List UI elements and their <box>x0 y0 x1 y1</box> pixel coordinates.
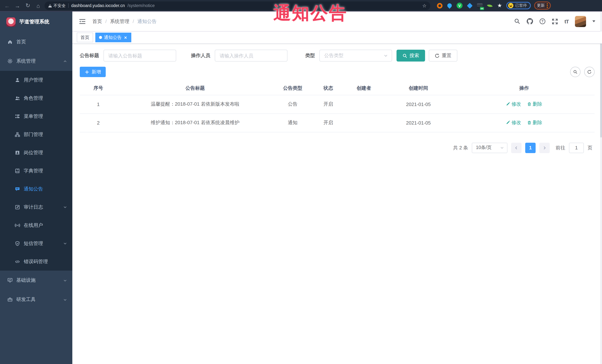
sidebar-item-dev-tools[interactable]: 研发工具 <box>0 290 72 309</box>
github-icon[interactable] <box>527 18 533 24</box>
page-size-select[interactable]: 10条/页 <box>472 143 507 153</box>
edit-link[interactable]: 修改 <box>506 119 521 126</box>
pagination: 共 2 条 10条/页 1 前往 页 <box>80 143 595 153</box>
browser-menu-icon[interactable] <box>547 3 548 8</box>
chevron-down-icon <box>384 53 388 58</box>
edit-link[interactable]: 修改 <box>506 101 521 107</box>
sidebar-item-label: 在线用户 <box>24 222 43 229</box>
sidebar-item-home[interactable]: 首页 <box>0 32 72 52</box>
col-type: 公告类型 <box>273 82 312 95</box>
reset-button[interactable]: 重置 <box>429 50 457 62</box>
app-logo-row[interactable]: 芋道管理系统 <box>0 11 72 32</box>
type-filter-select[interactable]: 公告类型 <box>319 50 392 62</box>
cell-status: 开启 <box>312 114 344 132</box>
diamond-extension-icon[interactable] <box>466 2 473 9</box>
next-page-button[interactable] <box>539 143 550 153</box>
browser-profile-chip[interactable]: 已暂停 <box>506 2 531 9</box>
sidebar-item-audit-log[interactable]: 审计日志 <box>0 198 72 216</box>
lifebuoy-extension-icon[interactable] <box>436 2 443 9</box>
sidebar-item-role-mgmt[interactable]: 角色管理 <box>0 89 72 107</box>
close-icon[interactable] <box>124 35 128 40</box>
leaf-extension-icon[interactable] <box>486 2 493 9</box>
delete-link[interactable]: 删除 <box>527 101 542 107</box>
sidebar-item-error-code[interactable]: 错误码管理 <box>0 252 72 270</box>
tab-label: 通知公告 <box>104 34 122 41</box>
operator-filter-input[interactable] <box>215 50 288 62</box>
title-filter-input[interactable] <box>104 50 176 62</box>
avatar-caret-icon[interactable] <box>592 21 595 22</box>
tab-notice[interactable]: 通知公告 <box>95 33 131 42</box>
breadcrumb-item[interactable]: 系统管理 <box>110 18 129 25</box>
col-index: 序号 <box>80 82 117 95</box>
sidebar-item-dept-mgmt[interactable]: 部门管理 <box>0 125 72 144</box>
help-icon[interactable]: ? <box>539 18 546 24</box>
sidebar-item-post-mgmt[interactable]: 岗位管理 <box>0 144 72 162</box>
proxy-extension-icon[interactable]: on <box>476 2 483 9</box>
error-code-icon <box>15 259 20 264</box>
sidebar-item-user-mgmt[interactable]: 用户管理 <box>0 71 72 89</box>
app-navbar: 首页 / 系统管理 / 通知公告 ? tT <box>72 11 602 31</box>
sidebar-item-dict-mgmt[interactable]: 字典管理 <box>0 162 72 180</box>
sidebar-item-infra[interactable]: 基础设施 <box>0 270 72 290</box>
table-row[interactable]: 1 温馨提醒：2018-07-01 若依新版本发布啦 公告 开启 2021-01… <box>80 95 595 114</box>
breadcrumb-item[interactable]: 首页 <box>92 18 102 25</box>
col-creator: 创建者 <box>344 82 383 95</box>
edit-pencil-icon <box>506 120 510 125</box>
chevron-down-icon <box>63 241 67 245</box>
drop-extension-icon[interactable] <box>446 2 453 9</box>
notice-table: 序号 公告标题 公告类型 状态 创建者 创建时间 操作 1 温馨提醒：2018- <box>80 82 595 132</box>
search-icon <box>573 70 578 74</box>
scrollbar[interactable] <box>600 11 602 364</box>
cell-status: 开启 <box>312 95 344 114</box>
sidebar-item-label: 短信管理 <box>24 240 43 247</box>
refresh-table-button[interactable] <box>584 67 595 77</box>
sidebar-item-notice[interactable]: 通知公告 <box>0 180 72 198</box>
app-logo <box>6 17 16 27</box>
reload-icon[interactable]: ↻ <box>24 1 32 10</box>
home-icon[interactable]: ⌂ <box>34 1 42 10</box>
extensions-puzzle-icon[interactable] <box>496 2 503 9</box>
sidebar-item-system[interactable]: 系统管理 <box>0 52 72 71</box>
sidebar-item-menu-mgmt[interactable]: 菜单管理 <box>0 107 72 125</box>
pagination-total: 共 2 条 <box>453 144 468 151</box>
browser-toolbar: ← → ↻ ⌂ 不安全 dashboard.yudao.iocoder.cn/s… <box>0 0 602 11</box>
search-button[interactable]: 搜索 <box>397 50 425 62</box>
font-size-icon[interactable]: tT <box>565 18 569 24</box>
profile-emoji-icon <box>508 3 513 8</box>
goto-label: 前往 <box>556 144 565 151</box>
chrome-update-button[interactable]: 更新 <box>534 1 551 10</box>
table-row[interactable]: 2 维护通知：2018-07-01 若依系统凌晨维护 通知 开启 2021-01… <box>80 114 595 132</box>
col-title: 公告标题 <box>117 82 273 95</box>
avatar[interactable] <box>575 16 586 27</box>
forward-icon[interactable]: → <box>13 1 22 10</box>
divider <box>68 3 69 8</box>
breadcrumb-separator: / <box>133 19 134 24</box>
prev-page-button[interactable] <box>511 143 522 153</box>
role-icon <box>15 95 20 101</box>
add-button[interactable]: 新增 <box>80 67 106 77</box>
search-icon[interactable] <box>514 18 520 24</box>
tab-label: 首页 <box>80 34 89 41</box>
sidebar-item-sms-mgmt[interactable]: 短信管理 <box>0 234 72 252</box>
sidebar-item-online-users[interactable]: 在线用户 <box>0 216 72 234</box>
security-label: 不安全 <box>54 3 66 8</box>
delete-link[interactable]: 删除 <box>527 119 542 126</box>
sidebar: 芋道管理系统 首页 系统管理 用户管理 角色管理 菜单管理 <box>0 11 72 364</box>
bookmark-star-icon[interactable]: ☆ <box>422 3 427 8</box>
address-bar[interactable]: 不安全 dashboard.yudao.iocoder.cn/system/no… <box>44 1 430 10</box>
url-host: dashboard.yudao.iocoder.cn <box>71 3 125 8</box>
security-warning[interactable]: 不安全 <box>48 3 66 8</box>
fullscreen-icon[interactable] <box>552 18 558 24</box>
scrollbar-thumb[interactable] <box>600 37 602 137</box>
vue-extension-icon[interactable]: V <box>456 2 463 9</box>
hamburger-icon[interactable] <box>79 18 86 24</box>
goto-page-input[interactable] <box>569 143 584 153</box>
tab-home[interactable]: 首页 <box>77 33 93 42</box>
back-icon[interactable]: ← <box>3 1 11 10</box>
toggle-search-button[interactable] <box>570 67 580 77</box>
sidebar-item-label: 错误码管理 <box>24 258 48 265</box>
page-number-current[interactable]: 1 <box>525 143 536 153</box>
operator-filter-label: 操作人员 <box>191 52 210 59</box>
page-content: 公告标题 操作人员 类型 公告类型 搜索 <box>72 44 602 364</box>
gear-icon <box>7 59 13 64</box>
